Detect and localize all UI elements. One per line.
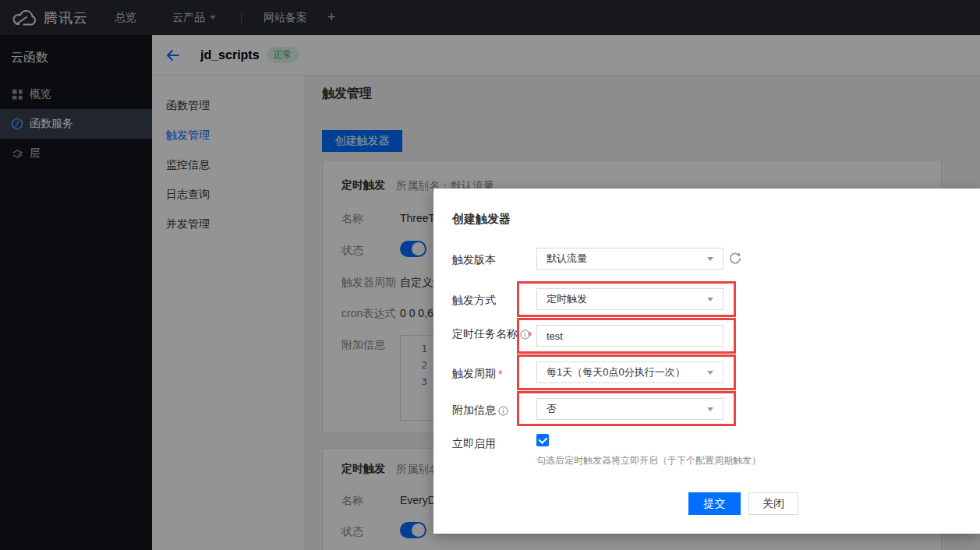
required-asterisk: * <box>528 330 532 342</box>
task-name-input[interactable] <box>536 325 724 347</box>
chevron-down-icon <box>707 257 713 261</box>
modal-title: 创建触发器 <box>452 212 511 227</box>
enable-now-checkbox-checked[interactable] <box>536 434 549 446</box>
enable-now-label: 立即启用 <box>452 437 496 451</box>
trigger-period-label: 触发周期 * <box>452 367 502 381</box>
required-asterisk: * <box>498 368 502 380</box>
chevron-down-icon <box>707 371 713 375</box>
screen: 腾讯云 总览 云产品 网站备案 + 云函数 概览 函数服务 <box>0 0 980 550</box>
submit-button[interactable]: 提交 <box>688 492 741 515</box>
chevron-down-icon <box>707 298 713 301</box>
chevron-down-icon <box>707 407 713 411</box>
refresh-icon[interactable] <box>727 251 743 266</box>
close-button[interactable]: 关闭 <box>748 492 798 515</box>
extra-info-select[interactable]: 否 <box>536 398 724 420</box>
create-trigger-modal: 创建触发器 触发版本 默认流量 触发方式 定时触发 定时任务名称 * <box>433 189 980 534</box>
trigger-period-select[interactable]: 每1天（每天0点0分执行一次） <box>536 361 724 383</box>
info-icon[interactable] <box>498 406 508 416</box>
trigger-version-label: 触发版本 <box>452 253 496 267</box>
task-name-label: 定时任务名称 <box>452 327 530 341</box>
trigger-method-select[interactable]: 定时触发 <box>536 288 724 310</box>
extra-info-label: 附加信息 <box>452 404 508 418</box>
enable-now-hint: 勾选后定时触发器将立即开启（于下个配置周期触发） <box>536 454 761 467</box>
trigger-version-select[interactable]: 默认流量 <box>536 248 724 270</box>
trigger-method-label: 触发方式 <box>452 294 496 308</box>
